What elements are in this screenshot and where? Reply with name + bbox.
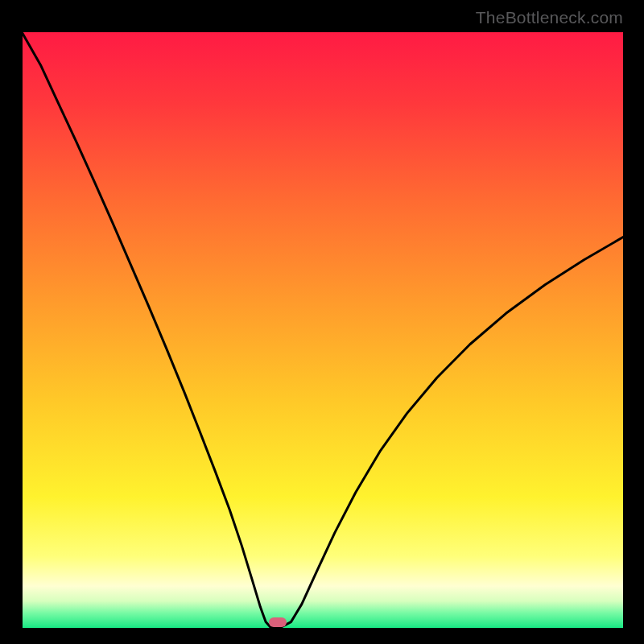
- plot-area: [23, 32, 623, 628]
- chart-frame: TheBottleneck.com: [0, 0, 644, 644]
- watermark-text: TheBottleneck.com: [476, 8, 623, 27]
- minimum-marker: [269, 617, 287, 627]
- bottleneck-curve: [23, 33, 623, 627]
- curve-layer: [23, 32, 623, 628]
